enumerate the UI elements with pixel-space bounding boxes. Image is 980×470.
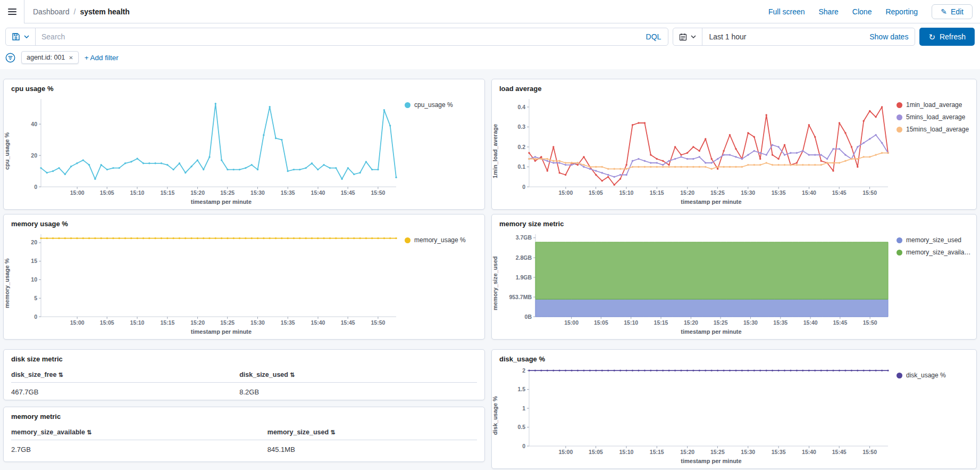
- clone-link[interactable]: Clone: [852, 7, 872, 16]
- add-filter-button[interactable]: + Add filter: [85, 54, 119, 62]
- legend-label: 15mins_load_average: [906, 126, 969, 133]
- svg-text:15:35: 15:35: [772, 189, 786, 196]
- legend-item[interactable]: memory_size_used: [897, 236, 972, 244]
- svg-text:0: 0: [522, 443, 525, 449]
- legend-item[interactable]: memory_usage %: [405, 236, 480, 244]
- svg-text:15:40: 15:40: [802, 449, 816, 455]
- panel-memory-metric: memory metric memory_size_available⇅memo…: [3, 407, 485, 462]
- edit-button[interactable]: ✎ Edit: [932, 4, 973, 19]
- cpu-chart-svg: 0204015:0015:0515:1015:1515:2015:2515:30…: [16, 95, 401, 199]
- svg-text:40: 40: [31, 121, 37, 127]
- svg-text:20: 20: [31, 152, 37, 159]
- share-link[interactable]: Share: [818, 7, 838, 16]
- show-dates-button[interactable]: Show dates: [863, 32, 915, 41]
- svg-text:15:25: 15:25: [710, 189, 725, 196]
- full-screen-link[interactable]: Full screen: [768, 7, 805, 16]
- chart-legend: cpu_usage %: [401, 95, 482, 207]
- panel-memory-usage: memory usage % memory_usage % 0510152015…: [3, 214, 485, 340]
- disk-usage-chart[interactable]: 00.511.5215:0015:0515:1015:1515:2015:251…: [505, 365, 893, 458]
- svg-text:15:35: 15:35: [773, 319, 788, 326]
- table-cell: 467.7GB: [11, 383, 239, 401]
- sort-icon: ⇅: [330, 429, 335, 435]
- chart-legend: memory_size_usedmemory_size_availa…: [893, 230, 974, 337]
- svg-text:15:05: 15:05: [594, 319, 608, 326]
- reporting-link[interactable]: Reporting: [885, 7, 918, 16]
- svg-text:15:10: 15:10: [130, 189, 145, 196]
- search-input[interactable]: [36, 28, 639, 45]
- table-header-cell[interactable]: disk_size_free⇅: [11, 366, 239, 383]
- legend-swatch-icon: [897, 373, 902, 378]
- header-actions: Full screen Share Clone Reporting ✎ Edit: [768, 4, 980, 19]
- load-average-chart[interactable]: 00.10.20.30.415:0015:0515:1015:1515:2015…: [505, 95, 893, 199]
- remove-filter-icon[interactable]: ✕: [69, 55, 73, 61]
- filter-bar: agent.id: 001 ✕ + Add filter: [0, 50, 980, 69]
- table-cell: 2.7GB: [11, 440, 267, 459]
- memory-usage-chart[interactable]: 0510152015:0015:0515:1015:1515:2015:2515…: [16, 230, 401, 328]
- svg-text:15:45: 15:45: [832, 189, 847, 196]
- svg-text:15:25: 15:25: [220, 319, 234, 326]
- svg-text:15:25: 15:25: [220, 189, 234, 196]
- svg-text:1: 1: [522, 405, 525, 411]
- panel-title: load average: [492, 79, 976, 94]
- x-axis-label: timestamp per minute: [16, 199, 401, 207]
- cpu-usage-chart[interactable]: 0204015:0015:0515:1015:1515:2015:2515:30…: [16, 95, 401, 199]
- svg-text:15:15: 15:15: [160, 319, 174, 326]
- page-title: system health: [80, 7, 129, 16]
- svg-text:15:20: 15:20: [190, 189, 205, 196]
- panel-title: disk_usage %: [492, 350, 976, 364]
- breadcrumb-dashboard[interactable]: Dashboard: [33, 7, 70, 16]
- panel-title: memory metric: [4, 407, 484, 422]
- load-chart-svg: 00.10.20.30.415:0015:0515:1015:1515:2015…: [505, 95, 893, 199]
- svg-text:15:15: 15:15: [160, 189, 174, 196]
- x-axis-label: timestamp per minute: [505, 199, 893, 207]
- mems-chart-svg: 0B953.7MB1.9GB2.8GB3.7GB15:0015:0515:101…: [505, 230, 893, 328]
- svg-text:15:40: 15:40: [803, 319, 818, 326]
- legend-swatch-icon: [897, 102, 902, 108]
- legend-item[interactable]: 1min_load_average: [897, 101, 972, 109]
- x-axis-label: timestamp per minute: [16, 328, 401, 337]
- legend-label: cpu_usage %: [414, 101, 453, 109]
- refresh-button[interactable]: ↻ Refresh: [919, 28, 975, 46]
- legend-item[interactable]: cpu_usage %: [405, 101, 480, 109]
- svg-text:1.9GB: 1.9GB: [516, 274, 532, 281]
- panel-disk-usage: disk_usage % disk_usage % 00.511.5215:00…: [491, 349, 977, 469]
- menu-button[interactable]: [0, 0, 24, 23]
- y-axis-label: memory_usage %: [7, 230, 16, 337]
- legend-item[interactable]: memory_size_availa…: [897, 249, 972, 256]
- filter-menu-icon[interactable]: [5, 53, 15, 63]
- table-header-cell[interactable]: memory_size_available⇅: [11, 424, 267, 440]
- legend-item[interactable]: 15mins_load_average: [897, 126, 972, 133]
- x-axis-label: timestamp per minute: [505, 458, 893, 466]
- table-header-cell[interactable]: disk_size_used⇅: [239, 366, 477, 383]
- svg-text:15:40: 15:40: [802, 189, 816, 196]
- svg-text:10: 10: [31, 276, 37, 283]
- svg-text:15:35: 15:35: [281, 189, 295, 196]
- filter-pill-label: agent.id: 001: [27, 54, 65, 61]
- svg-text:20: 20: [31, 239, 37, 245]
- legend-item[interactable]: disk_usage %: [897, 372, 972, 379]
- svg-text:3.7GB: 3.7GB: [516, 234, 532, 241]
- panel-memory-size-metric: memory size metric memory_size_used 0B95…: [491, 214, 977, 340]
- sort-icon: ⇅: [290, 372, 295, 378]
- memory-size-chart[interactable]: 0B953.7MB1.9GB2.8GB3.7GB15:0015:0515:101…: [505, 230, 893, 328]
- top-header: Dashboard / system health Full screen Sh…: [0, 0, 980, 23]
- filter-pill-agent-id[interactable]: agent.id: 001 ✕: [21, 51, 79, 64]
- table-header-cell[interactable]: memory_size_used⇅: [267, 424, 477, 440]
- svg-text:15:45: 15:45: [833, 319, 847, 326]
- svg-text:15:45: 15:45: [832, 449, 847, 455]
- panel-cpu-usage: cpu usage % cpu_usage % 0204015:0015:051…: [3, 79, 485, 210]
- pencil-icon: ✎: [941, 7, 947, 16]
- time-range-value[interactable]: Last 1 hour: [702, 32, 752, 41]
- legend-item[interactable]: 5mins_load_average: [897, 113, 972, 121]
- breadcrumb-separator: /: [74, 7, 76, 16]
- svg-text:15:30: 15:30: [250, 189, 265, 196]
- svg-text:953.7MB: 953.7MB: [509, 294, 532, 300]
- query-language-button[interactable]: DQL: [639, 32, 668, 41]
- svg-text:15:25: 15:25: [710, 449, 725, 455]
- quick-select-menu-button[interactable]: [673, 28, 702, 45]
- svg-text:15:50: 15:50: [371, 319, 386, 326]
- date-picker: Last 1 hour Show dates: [673, 28, 915, 46]
- chevron-down-icon: [24, 35, 29, 38]
- saved-query-menu-button[interactable]: [6, 28, 36, 45]
- svg-text:0: 0: [34, 184, 37, 190]
